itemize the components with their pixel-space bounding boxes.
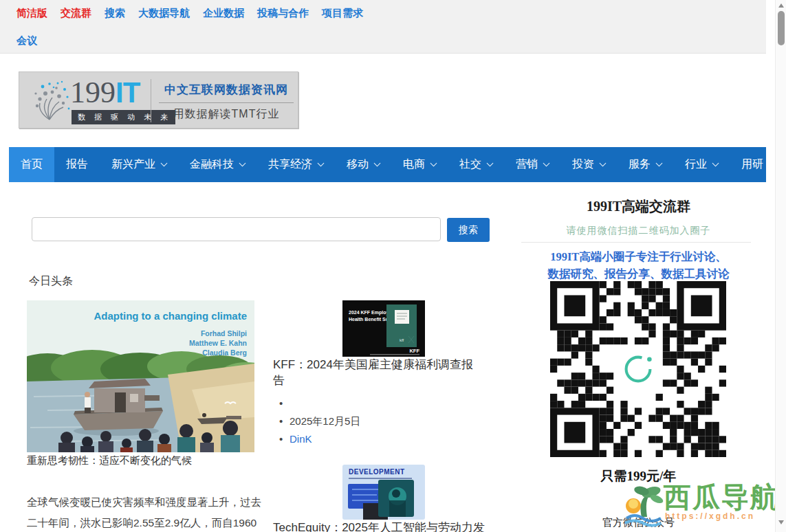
sidebar-group-promo: 199IT高端交流群 请使用微信扫描二维码加入圈子 <box>526 197 751 237</box>
article-date: 2025年12月5日 <box>290 415 360 427</box>
logo-it: IT <box>116 76 140 109</box>
nav-label: 共享经济 <box>268 157 312 172</box>
featured-article-title[interactable]: 重新思考韧性：适应不断变化的气候 <box>27 454 192 467</box>
nav-item-emerging[interactable]: 新兴产业 <box>100 147 178 182</box>
nav-label: 新兴产业 <box>111 157 155 172</box>
nav-item-marketing[interactable]: 营销 <box>504 147 560 182</box>
page-root: 简洁版 交流群 搜索 大数据导航 企业数据 投稿与合作 项目需求 会议 <box>0 0 786 532</box>
tech-thumb-headline: DEVELOPMENT <box>349 468 405 476</box>
site-logo-banner[interactable]: 199IT 数 据 驱 动 未 来 中文互联网数据资讯网 用数据解读TMT行业 <box>19 71 298 129</box>
excerpt-line: 全球气候变暖已使灾害频率和强度显著上升，过去 <box>27 492 266 513</box>
chevron-down-icon <box>430 160 437 167</box>
nav-item-ecommerce[interactable]: 电商 <box>391 147 448 182</box>
vertical-scrollbar[interactable] <box>775 0 786 532</box>
cover-author: Claudia Berg <box>202 348 247 357</box>
site-name: 中文互联网数据资讯网 <box>159 82 294 98</box>
nav-label: 报告 <box>66 157 88 172</box>
nav-item-mobile[interactable]: 移动 <box>335 147 391 182</box>
toplink-project-needs[interactable]: 项目需求 <box>322 7 363 20</box>
logo-right-divider <box>159 102 294 103</box>
cover-author: Matthew E. Kahn <box>189 339 247 347</box>
search-input[interactable] <box>32 217 441 241</box>
sidebar-group-title: 199IT高端交流群 <box>526 197 751 216</box>
tech-article-title[interactable]: TechEquity：2025年人工智能与劳动力发展 <box>273 520 493 532</box>
pitch-line: 199IT高端小圈子专注于行业讨论、 <box>526 248 751 265</box>
featured-article-image[interactable]: Adapting to a changing climate Forhad Sh… <box>27 300 254 452</box>
logo-number: 199 <box>70 76 116 109</box>
chevron-down-icon <box>318 160 325 167</box>
kff-article-meta: 2025年12月5日 DinK <box>275 395 360 448</box>
nav-label: 用研 <box>741 157 763 172</box>
qr-code-image <box>550 281 726 457</box>
featured-article-excerpt: 全球气候变暖已使灾害频率和强度显著上升，过去 二十年间，洪水已影响2.55至2.… <box>27 492 266 532</box>
toplink-search[interactable]: 搜索 <box>105 7 125 20</box>
nav-item-social[interactable]: 社交 <box>448 147 504 182</box>
main-nav: 首页 报告 新兴产业 金融科技 共享经济 移动 电商 社交 营销 投资 服务 行… <box>9 147 766 182</box>
nav-item-reports[interactable]: 报告 <box>54 147 100 182</box>
excerpt-line: 二十年间，洪水已影响2.55至2.9亿人，而自1960 <box>27 513 266 532</box>
wechat-qr-code <box>550 281 726 457</box>
top-utility-bar: 简洁版 交流群 搜索 大数据导航 企业数据 投稿与合作 项目需求 会议 <box>0 0 766 54</box>
nav-label: 移动 <box>347 157 369 172</box>
scrollbar-thumb[interactable] <box>778 11 785 45</box>
toplink-chat-group[interactable]: 交流群 <box>61 7 91 20</box>
chevron-down-icon <box>712 160 719 167</box>
kff-article-title[interactable]: KFF：2024年美国雇主健康福利调查报告 <box>273 357 479 388</box>
chevron-down-icon <box>769 160 776 167</box>
search-button[interactable]: 搜索 <box>447 218 490 242</box>
sidebar-pitch: 199IT高端小圈子专注于行业讨论、 数据研究、报告分享、数据工具讨论 <box>526 248 751 282</box>
logo-site-text: 中文互联网数据资讯网 用数据解读TMT行业 <box>159 82 294 122</box>
kff-cover-brand: kff <box>400 338 404 342</box>
nav-label: 电商 <box>403 157 425 172</box>
sidebar-price: 只需199元/年 <box>526 467 751 485</box>
meta-item-author: DinK <box>275 430 360 448</box>
nav-label: 投资 <box>572 157 594 172</box>
sidebar-group-subtitle: 请使用微信扫描二维码加入圈子 <box>526 225 751 237</box>
meta-item-empty <box>275 395 360 412</box>
chevron-down-icon <box>487 160 494 167</box>
nav-item-home[interactable]: 首页 <box>9 147 54 182</box>
chevron-down-icon <box>656 160 663 167</box>
logo-wordmark: 199IT <box>70 76 160 109</box>
sidebar-official-account-label: 官方微信公众号 <box>526 516 751 529</box>
kff-micro-text-line <box>370 354 419 355</box>
cover-title: Adapting to a changing climate <box>94 310 247 322</box>
tech-article-thumbnail[interactable]: DEVELOPMENT <box>342 465 425 520</box>
nav-label: 行业 <box>685 157 707 172</box>
chevron-down-icon <box>374 160 381 167</box>
kff-cover-panel <box>395 310 409 324</box>
kff-brand: KFF <box>409 348 419 354</box>
scrollbar-up-arrow-icon[interactable] <box>778 3 784 8</box>
chevron-down-icon <box>600 160 607 167</box>
chevron-down-icon <box>161 160 168 167</box>
nav-item-industry[interactable]: 行业 <box>673 147 730 182</box>
chevron-down-icon <box>239 160 246 167</box>
toplink-submit-cooperate[interactable]: 投稿与合作 <box>257 7 309 20</box>
logo-divider <box>151 79 151 122</box>
meta-item-date: 2025年12月5日 <box>275 412 360 430</box>
nav-label: 社交 <box>459 157 481 172</box>
nav-item-investment[interactable]: 投资 <box>560 147 617 182</box>
kff-article-thumbnail[interactable]: 2024 KFF Employer Health Benefit Survey … <box>342 300 425 357</box>
chevron-down-icon <box>543 160 550 167</box>
toplink-bigdata-nav[interactable]: 大数据导航 <box>138 7 190 20</box>
nav-label: 营销 <box>516 157 538 172</box>
top-links-row1: 简洁版 交流群 搜索 大数据导航 企业数据 投稿与合作 项目需求 <box>17 7 363 20</box>
sidebar-divider <box>521 242 751 243</box>
site-tagline: 用数据解读TMT行业 <box>159 107 294 122</box>
cover-author: Forhad Shilpi <box>201 329 247 337</box>
toplink-enterprise-data[interactable]: 企业数据 <box>203 7 244 20</box>
nav-item-services[interactable]: 服务 <box>617 147 673 182</box>
scrollbar-down-arrow-icon[interactable] <box>778 520 784 524</box>
top-links-row2: 会议 <box>17 34 37 47</box>
tech-subtitle-line <box>349 478 412 479</box>
toplink-conference[interactable]: 会议 <box>17 34 37 47</box>
nav-item-fintech[interactable]: 金融科技 <box>178 147 256 182</box>
author-link[interactable]: DinK <box>290 433 312 445</box>
section-title-today-headlines: 今日头条 <box>29 274 73 289</box>
nav-item-sharing-economy[interactable]: 共享经济 <box>256 147 335 182</box>
pitch-line: 数据研究、报告分享、数据工具讨论 <box>526 265 751 282</box>
nav-label: 服务 <box>629 157 651 172</box>
dandelion-logo-icon <box>29 78 72 124</box>
toplink-simple-version[interactable]: 简洁版 <box>17 7 47 20</box>
